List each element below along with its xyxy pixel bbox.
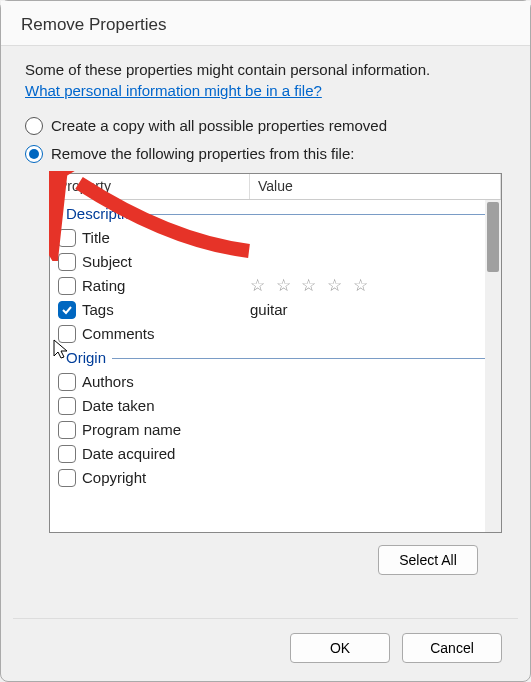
list-body: Description Title Subject Rating ☆ ☆ ☆ ☆… bbox=[50, 200, 501, 490]
personal-info-link[interactable]: What personal information might be in a … bbox=[25, 82, 322, 99]
scrollbar-thumb[interactable] bbox=[487, 202, 499, 272]
list-item[interactable]: Date taken bbox=[52, 394, 501, 418]
property-label: Date acquired bbox=[82, 445, 250, 462]
group-header-origin: Origin bbox=[52, 346, 501, 370]
radio-remove-following[interactable]: Remove the following properties from thi… bbox=[25, 145, 506, 163]
property-label: Tags bbox=[82, 301, 250, 318]
dialog-title: Remove Properties bbox=[1, 1, 530, 46]
checkbox-copyright[interactable] bbox=[58, 469, 76, 487]
property-label: Title bbox=[82, 229, 250, 246]
remove-properties-dialog: Remove Properties Some of these properti… bbox=[0, 0, 531, 682]
radio-label: Create a copy with all possible properti… bbox=[51, 117, 387, 134]
list-item[interactable]: Authors bbox=[52, 370, 501, 394]
intro-text: Some of these properties might contain p… bbox=[25, 60, 506, 80]
list-item[interactable]: Comments bbox=[52, 322, 501, 346]
ok-button[interactable]: OK bbox=[290, 633, 390, 663]
radio-label: Remove the following properties from thi… bbox=[51, 145, 354, 162]
radio-icon bbox=[25, 117, 43, 135]
property-label: Authors bbox=[82, 373, 250, 390]
list-item[interactable]: Date acquired bbox=[52, 442, 501, 466]
radio-create-copy[interactable]: Create a copy with all possible properti… bbox=[25, 117, 506, 135]
checkbox-title[interactable] bbox=[58, 229, 76, 247]
property-label: Rating bbox=[82, 277, 250, 294]
property-label: Copyright bbox=[82, 469, 250, 486]
separator bbox=[13, 618, 518, 619]
properties-listbox: Property Value Description Title Subject bbox=[49, 173, 502, 533]
checkbox-date-taken[interactable] bbox=[58, 397, 76, 415]
checkbox-subject[interactable] bbox=[58, 253, 76, 271]
select-all-button[interactable]: Select All bbox=[378, 545, 478, 575]
scrollbar[interactable] bbox=[485, 200, 501, 532]
dialog-buttons: OK Cancel bbox=[290, 633, 502, 663]
list-item[interactable]: Rating ☆ ☆ ☆ ☆ ☆ bbox=[52, 274, 501, 298]
column-header-property[interactable]: Property bbox=[50, 174, 250, 199]
checkbox-comments[interactable] bbox=[58, 325, 76, 343]
list-item[interactable]: Subject bbox=[52, 250, 501, 274]
radio-icon-checked bbox=[25, 145, 43, 163]
checkbox-tags[interactable] bbox=[58, 301, 76, 319]
property-label: Date taken bbox=[82, 397, 250, 414]
list-item[interactable]: Tags guitar bbox=[52, 298, 501, 322]
property-value: guitar bbox=[250, 301, 288, 318]
dialog-content: Some of these properties might contain p… bbox=[1, 46, 530, 575]
rating-stars: ☆ ☆ ☆ ☆ ☆ bbox=[250, 275, 371, 296]
checkbox-program-name[interactable] bbox=[58, 421, 76, 439]
property-label: Subject bbox=[82, 253, 250, 270]
property-label: Program name bbox=[82, 421, 250, 438]
cancel-button[interactable]: Cancel bbox=[402, 633, 502, 663]
list-header: Property Value bbox=[50, 174, 501, 200]
property-label: Comments bbox=[82, 325, 250, 342]
list-item[interactable]: Title bbox=[52, 226, 501, 250]
select-all-row: Select All bbox=[25, 545, 478, 575]
radio-group: Create a copy with all possible properti… bbox=[25, 117, 506, 163]
column-header-value[interactable]: Value bbox=[250, 174, 501, 199]
group-header-description: Description bbox=[52, 202, 501, 226]
checkbox-authors[interactable] bbox=[58, 373, 76, 391]
list-item[interactable]: Program name bbox=[52, 418, 501, 442]
checkbox-date-acquired[interactable] bbox=[58, 445, 76, 463]
checkbox-rating[interactable] bbox=[58, 277, 76, 295]
list-item[interactable]: Copyright bbox=[52, 466, 501, 490]
